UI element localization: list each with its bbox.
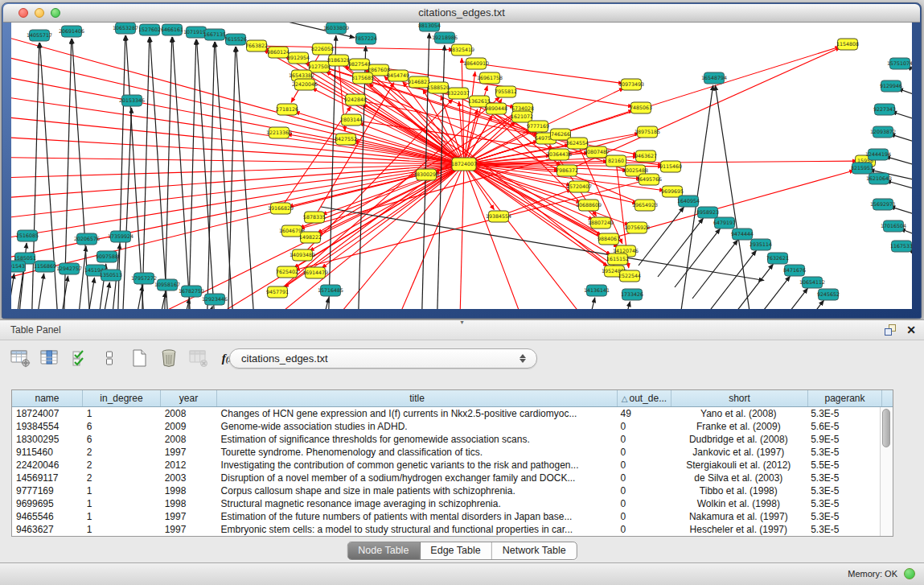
float-panel-icon[interactable] (884, 323, 897, 336)
cell-name[interactable]: 9463627 (12, 523, 83, 536)
cell-year[interactable]: 1998 (161, 497, 217, 510)
network-node[interactable]: 10653287 (113, 23, 138, 34)
table-row[interactable]: 1456911722003Disruption of a novel membe… (12, 472, 881, 484)
network-node[interactable]: 16495766 (636, 174, 662, 185)
cell-in_degree[interactable]: 1 (83, 523, 161, 536)
tab-edge-table[interactable]: Edge Table (420, 542, 491, 559)
network-node[interactable]: 16961758 (477, 72, 503, 84)
panel-splitter-handle[interactable]: ▾ (460, 319, 463, 326)
network-node[interactable]: 20153346 (119, 95, 145, 106)
cell-pagerank[interactable]: 5.3E-5 (807, 497, 881, 510)
delete-table-icon[interactable] (158, 348, 179, 369)
cell-pagerank[interactable]: 5.9E-5 (807, 433, 881, 446)
network-node[interactable]: 14093489 (290, 249, 315, 261)
network-node[interactable]: 9463627 (634, 150, 657, 162)
network-node[interactable]: 8322037 (447, 88, 470, 99)
cell-name[interactable]: 19384554 (12, 420, 83, 433)
network-node[interactable]: 8215953 (851, 163, 873, 174)
network-node[interactable]: 10807487 (584, 146, 610, 158)
network-node[interactable]: 22420046 (292, 79, 318, 90)
cell-short[interactable]: Yano et al. (2008) (670, 407, 807, 420)
network-node[interactable]: 6466161 (161, 24, 183, 35)
select-all-columns-icon[interactable] (69, 348, 90, 369)
cell-short[interactable]: Jankovic et al. (1997) (670, 446, 807, 459)
network-node[interactable]: 10958167 (154, 279, 180, 290)
table-panel-header[interactable]: ▾ Table Panel ✕ (0, 319, 924, 340)
cell-out_degree[interactable]: 0 (617, 510, 671, 523)
network-node[interactable]: 8226058 (311, 43, 334, 55)
network-node[interactable]: 82160 (606, 155, 626, 167)
network-node[interactable]: 7625402 (276, 266, 298, 278)
network-node[interactable]: 9890448 (485, 103, 507, 114)
network-node[interactable]: 16548794 (701, 72, 727, 84)
network-node[interactable]: 14055717 (27, 30, 52, 41)
table-row[interactable]: 1872400712008Changes of HCN gene express… (12, 407, 881, 420)
network-node[interactable]: 8813054 (418, 23, 441, 31)
cell-in_degree[interactable]: 2 (83, 459, 161, 472)
cell-in_degree[interactable]: 6 (83, 420, 161, 433)
cell-short[interactable]: Dudbridge et al. (2008) (670, 433, 807, 446)
network-node[interactable]: 9860124 (267, 47, 290, 58)
network-node[interactable]: 9227343 (873, 104, 896, 115)
network-node[interactable]: 18975185 (634, 126, 660, 138)
network-node[interactable]: 1615152 (606, 253, 629, 265)
cell-pagerank[interactable]: 5.6E-5 (807, 420, 881, 433)
cell-name[interactable]: 9465546 (12, 510, 83, 523)
rows-icon[interactable] (99, 348, 120, 369)
cell-title[interactable]: Estimation of the future numbers of pati… (217, 510, 617, 523)
zoom-window-button[interactable] (51, 8, 60, 18)
network-node[interactable]: 18325419 (449, 44, 474, 56)
cell-title[interactable]: Corpus callosum shape and size in male p… (217, 484, 617, 497)
cell-name[interactable]: 9115460 (12, 446, 83, 459)
network-node[interactable]: 8912954 (287, 52, 310, 64)
cell-short[interactable]: Hescheler et al. (1997) (670, 523, 807, 536)
column-header-out_degree[interactable]: △out_de... (618, 390, 671, 406)
cell-out_degree[interactable]: 49 (617, 407, 671, 420)
show-column-icon[interactable] (39, 348, 60, 369)
cell-name[interactable]: 22420046 (12, 459, 83, 472)
cell-out_degree[interactable]: 0 (617, 497, 671, 510)
cell-year[interactable]: 2009 (161, 420, 217, 433)
network-node[interactable]: 10756928 (624, 222, 650, 233)
network-node[interactable]: 17957272 (131, 273, 157, 284)
cell-name[interactable]: 9699695 (12, 497, 83, 510)
network-canvas[interactable]: 1872400776638229860124891295482260589127… (11, 23, 912, 309)
cell-in_degree[interactable]: 6 (83, 433, 161, 446)
cell-short[interactable]: de Silva et al. (2003) (670, 472, 807, 484)
cell-title[interactable]: Changes of HCN gene expression and I(f) … (217, 407, 617, 420)
network-node[interactable]: 1156869 (34, 261, 56, 272)
cell-short[interactable]: Stergiakouli et al. (2012) (670, 459, 807, 472)
table-row[interactable]: 969969511998Structural magnetic resonanc… (12, 497, 881, 510)
minimize-window-button[interactable] (35, 8, 44, 18)
network-node[interactable]: 6479197 (713, 217, 736, 229)
network-window[interactable]: citations_edges.txt 18724007766382298601… (2, 2, 922, 319)
network-node[interactable]: 9242848 (344, 94, 367, 105)
network-node[interactable]: 19218986 (432, 32, 458, 43)
network-node[interactable]: 391543 (11, 261, 26, 272)
network-node[interactable]: 2935114 (749, 239, 772, 250)
cell-pagerank[interactable]: 5.3E-5 (807, 472, 881, 484)
network-node[interactable]: 8186328 (327, 55, 350, 66)
cell-name[interactable]: 14569117 (12, 472, 83, 484)
cell-pagerank[interactable]: 5.3E-5 (807, 407, 881, 420)
network-node[interactable]: 2718126 (276, 104, 298, 115)
cell-in_degree[interactable]: 1 (83, 484, 161, 497)
network-node[interactable]: 16782759 (179, 286, 204, 297)
network-node[interactable]: 9245652 (817, 289, 840, 300)
network-node[interactable]: 7955812 (495, 86, 517, 97)
network-node[interactable]: 9129946 (880, 80, 902, 92)
network-node[interactable]: 8471676 (783, 265, 806, 276)
network-node[interactable]: 9884067 (598, 233, 620, 245)
tab-network-table[interactable]: Network Table (492, 542, 577, 559)
column-header-title[interactable]: title (217, 390, 618, 406)
network-node[interactable]: 7632621 (766, 253, 789, 264)
cell-in_degree[interactable]: 1 (83, 407, 161, 420)
network-node[interactable]: 18724007 (451, 158, 477, 171)
cell-title[interactable]: Tourette syndrome. Phenomenology and cla… (217, 446, 617, 459)
table-selector-dropdown[interactable]: citations_edges.txt (229, 348, 537, 369)
cell-out_degree[interactable]: 0 (617, 484, 671, 497)
network-node[interactable]: 12213363 (266, 127, 292, 138)
network-node[interactable]: 10688609 (576, 200, 602, 211)
cell-year[interactable]: 2008 (161, 433, 217, 446)
column-header-pagerank[interactable]: pagerank (808, 390, 882, 406)
